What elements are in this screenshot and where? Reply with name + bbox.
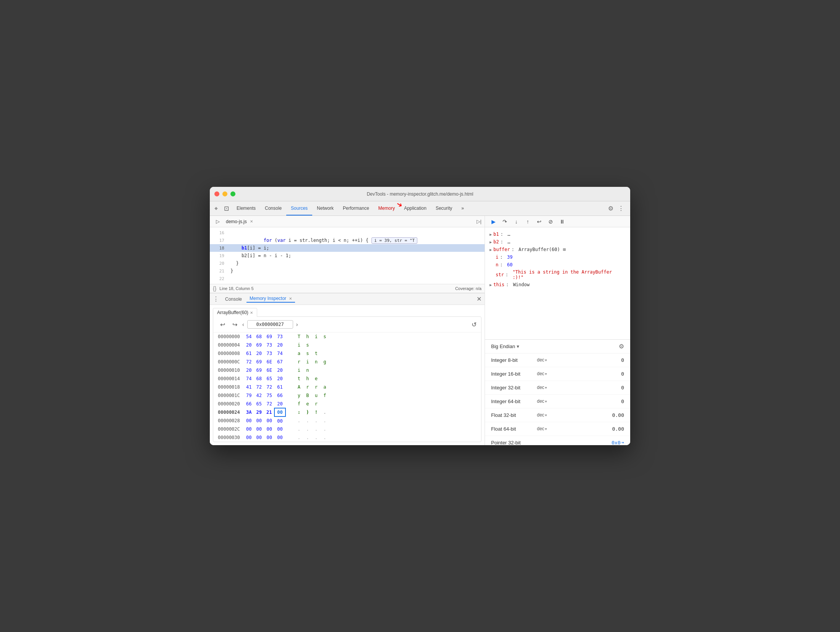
hex-cell-4-3[interactable]: 20	[274, 366, 285, 374]
tab-performance[interactable]: Performance	[338, 201, 374, 216]
hex-cell-11-3[interactable]: 00	[274, 425, 285, 433]
hex-cell-1-1[interactable]: 69	[254, 341, 264, 349]
step-btn[interactable]: ↩	[534, 216, 545, 227]
hex-cell-6-2[interactable]: 72	[264, 383, 274, 391]
hex-cell-6-1[interactable]: 72	[254, 383, 264, 391]
hex-cell-2-1[interactable]: 20	[254, 349, 264, 358]
bottom-panel-close[interactable]: ✕	[477, 295, 482, 303]
resume-btn[interactable]: ▶	[488, 216, 499, 227]
hex-cell-10-3[interactable]: 00	[274, 416, 285, 425]
hex-cell-12-0[interactable]: 00	[244, 433, 254, 442]
tab-memory[interactable]: Memory ➔	[374, 201, 399, 216]
hex-cell-11-1[interactable]: 00	[254, 425, 264, 433]
vi-format-5[interactable]: dec ▾	[537, 426, 560, 431]
vi-format-0[interactable]: dec ▾	[537, 357, 560, 363]
cursor-icon[interactable]: ⌖	[211, 201, 221, 216]
hex-cell-8-0[interactable]: 66	[244, 400, 254, 408]
hex-cell-3-0[interactable]: 72	[244, 358, 254, 366]
hex-cell-12-1[interactable]: 00	[254, 433, 264, 442]
scope-arrow-buffer[interactable]: ▶	[490, 248, 492, 252]
source-file-tab[interactable]: demo-js.js ✕	[223, 219, 256, 224]
hex-cell-10-2[interactable]: 00	[264, 416, 274, 425]
step-out-btn[interactable]: ↑	[522, 216, 533, 227]
hex-cell-8-3[interactable]: 20	[274, 400, 285, 408]
step-over-btn[interactable]: ↷	[499, 216, 510, 227]
scope-arrow-this[interactable]: ▶	[490, 283, 492, 287]
hex-cell-5-2[interactable]: 65	[264, 374, 274, 383]
close-button[interactable]	[214, 191, 219, 196]
scope-arrow-b1[interactable]: ▶	[490, 232, 492, 237]
vi-link-6[interactable]: 0x0 ➔	[611, 440, 624, 446]
tab-console[interactable]: Console	[260, 201, 286, 216]
memory-back-btn[interactable]: ↩	[218, 320, 227, 329]
hex-cell-3-2[interactable]: 6E	[264, 358, 274, 366]
hex-cell-5-0[interactable]: 74	[244, 374, 254, 383]
settings-icon[interactable]: ⚙	[606, 203, 615, 214]
step-into-btn[interactable]: ↓	[511, 216, 522, 227]
tab-console-bottom[interactable]: Console	[222, 297, 245, 302]
tab-sources[interactable]: Sources	[286, 201, 312, 216]
hex-cell-8-2[interactable]: 72	[264, 400, 274, 408]
hex-cell-4-1[interactable]: 69	[254, 366, 264, 374]
vi-format-3[interactable]: dec ▾	[537, 399, 560, 404]
sources-sidebar-toggle[interactable]: ▷	[213, 219, 223, 224]
hex-cell-3-1[interactable]: 69	[254, 358, 264, 366]
memory-forward-btn[interactable]: ↪	[230, 320, 239, 329]
hex-cell-2-2[interactable]: 73	[264, 349, 274, 358]
hex-cell-3-3[interactable]: 67	[274, 358, 285, 366]
hex-cell-0-1[interactable]: 68	[254, 332, 264, 341]
memory-refresh-btn[interactable]: ↺	[472, 321, 477, 328]
tab-more[interactable]: »	[457, 201, 469, 216]
memory-inspector-close[interactable]: ✕	[289, 297, 292, 301]
memory-prev-btn[interactable]: ‹	[242, 321, 244, 327]
vi-format-4[interactable]: dec ▾	[537, 412, 560, 418]
hex-cell-0-3[interactable]: 73	[274, 332, 285, 341]
hex-cell-0-2[interactable]: 69	[264, 332, 274, 341]
tab-elements[interactable]: Elements	[232, 201, 260, 216]
vi-format-2[interactable]: dec ▾	[537, 385, 560, 390]
memory-next-btn[interactable]: ›	[296, 321, 298, 327]
hex-cell-1-3[interactable]: 20	[274, 341, 285, 349]
hex-cell-6-3[interactable]: 61	[274, 383, 285, 391]
inspect-memory-icon[interactable]: ⊞	[563, 247, 566, 252]
panel-menu-icon[interactable]: ⋮	[213, 295, 219, 303]
hex-cell-10-1[interactable]: 00	[254, 416, 264, 425]
hex-cell-2-0[interactable]: 61	[244, 349, 254, 358]
hex-cell-1-0[interactable]: 20	[244, 341, 254, 349]
hex-cell-7-2[interactable]: 75	[264, 391, 274, 400]
hex-cell-7-3[interactable]: 66	[274, 391, 285, 400]
tab-network[interactable]: Network	[312, 201, 338, 216]
scope-arrow-b2[interactable]: ▶	[490, 240, 492, 244]
hex-cell-9-0[interactable]: 3A	[244, 408, 254, 416]
memory-address-input[interactable]	[247, 320, 293, 329]
hex-cell-2-3[interactable]: 74	[274, 349, 285, 358]
hex-cell-9-1[interactable]: 29	[254, 408, 264, 416]
hex-cell-4-2[interactable]: 6E	[264, 366, 274, 374]
hex-cell-11-0[interactable]: 00	[244, 425, 254, 433]
hex-cell-9-3[interactable]: 00	[274, 408, 285, 416]
hex-cell-4-0[interactable]: 20	[244, 366, 254, 374]
hex-cell-11-2[interactable]: 00	[264, 425, 274, 433]
pause-on-exception-btn[interactable]: ⏸	[557, 216, 568, 227]
hex-cell-7-0[interactable]: 79	[244, 391, 254, 400]
hex-cell-1-2[interactable]: 73	[264, 341, 274, 349]
deactivate-breakpoints-btn[interactable]: ⊘	[545, 216, 556, 227]
pretty-print-icon[interactable]: {}	[213, 285, 216, 292]
drawer-icon[interactable]: ⊡	[221, 201, 232, 216]
hex-cell-9-2[interactable]: 21	[264, 408, 274, 416]
hex-cell-7-1[interactable]: 42	[254, 391, 264, 400]
maximize-button[interactable]	[230, 191, 235, 196]
hex-cell-10-0[interactable]: 00	[244, 416, 254, 425]
vi-format-1[interactable]: dec ▾	[537, 371, 560, 376]
tab-application[interactable]: Application	[399, 201, 431, 216]
hex-cell-0-0[interactable]: 54	[244, 332, 254, 341]
array-buffer-tab[interactable]: ArrayBuffer(60) ✕	[213, 308, 257, 317]
minimize-button[interactable]	[222, 191, 227, 196]
hex-cell-5-1[interactable]: 68	[254, 374, 264, 383]
hex-cell-5-3[interactable]: 20	[274, 374, 285, 383]
hex-cell-8-1[interactable]: 65	[254, 400, 264, 408]
vi-settings-icon[interactable]: ⚙	[619, 343, 624, 350]
format-icon[interactable]: ▷|	[477, 219, 482, 224]
hex-cell-12-2[interactable]: 00	[264, 433, 274, 442]
array-buffer-tab-close[interactable]: ✕	[250, 311, 253, 315]
